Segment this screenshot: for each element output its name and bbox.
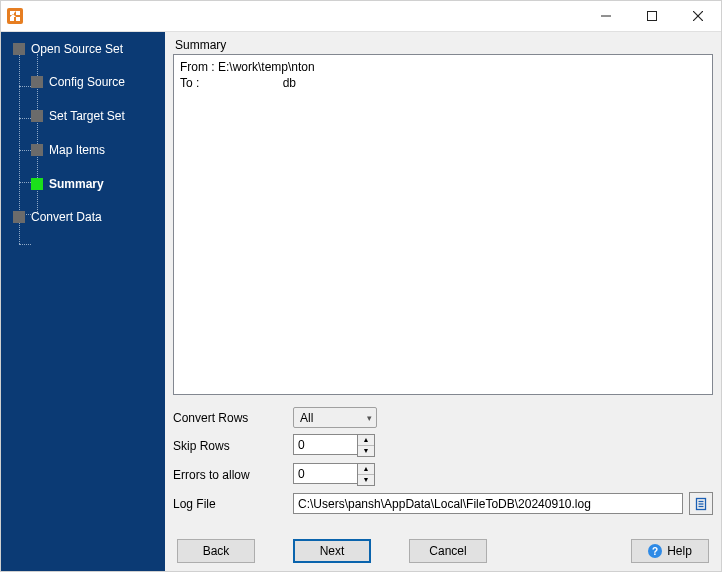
main-area: Open Source Set Config Source Set Target… — [1, 32, 721, 571]
sidebar-item-label: Convert Data — [31, 210, 102, 224]
tree-node-icon — [31, 110, 43, 122]
close-button[interactable] — [675, 1, 721, 31]
tree-node-icon — [31, 178, 43, 190]
maximize-icon — [647, 11, 657, 21]
sidebar-item-label: Set Target Set — [49, 109, 125, 123]
help-button[interactable]: ? Help — [631, 539, 709, 563]
document-icon — [694, 497, 708, 511]
back-button[interactable]: Back — [177, 539, 255, 563]
chevron-down-icon: ▾ — [367, 413, 372, 423]
minimize-button[interactable] — [583, 1, 629, 31]
wizard-button-row: Back Next Cancel ? Help — [173, 539, 713, 563]
logfile-row: Log File — [173, 492, 713, 515]
sidebar-item-label: Summary — [49, 177, 104, 191]
skip-rows-row: Skip Rows ▲ ▼ — [173, 434, 713, 457]
logfile-browse-button[interactable] — [689, 492, 713, 515]
errors-buttons: ▲ ▼ — [357, 463, 375, 486]
content-panel: Summary From : E:\work\temp\nton To : db… — [165, 32, 721, 571]
sidebar-item-config-source[interactable]: Config Source — [1, 70, 165, 94]
next-button[interactable]: Next — [293, 539, 371, 563]
sidebar-item-summary[interactable]: Summary — [1, 172, 165, 196]
errors-spinner: ▲ ▼ — [293, 463, 375, 486]
options-form: Convert Rows All ▾ Skip Rows ▲ ▼ Errors … — [173, 407, 713, 521]
tree-node-icon — [31, 144, 43, 156]
sidebar-item-convert-data[interactable]: Convert Data — [1, 206, 165, 228]
tree-node-icon — [13, 43, 25, 55]
sidebar-item-label: Config Source — [49, 75, 125, 89]
help-button-label: Help — [667, 544, 692, 558]
next-button-label: Next — [320, 544, 345, 558]
errors-up-button[interactable]: ▲ — [358, 464, 374, 475]
sidebar-item-open-source-set[interactable]: Open Source Set — [1, 38, 165, 60]
skip-rows-down-button[interactable]: ▼ — [358, 446, 374, 457]
errors-input[interactable] — [293, 463, 357, 484]
skip-rows-spinner: ▲ ▼ — [293, 434, 375, 457]
skip-rows-up-button[interactable]: ▲ — [358, 435, 374, 446]
errors-down-button[interactable]: ▼ — [358, 475, 374, 486]
skip-rows-input[interactable] — [293, 434, 357, 455]
help-icon: ? — [648, 544, 662, 558]
convert-rows-label: Convert Rows — [173, 411, 293, 425]
svg-rect-1 — [648, 12, 657, 21]
app-icon — [7, 8, 23, 24]
title-bar — [1, 1, 721, 32]
convert-rows-select[interactable]: All ▾ — [293, 407, 377, 428]
tree-node-icon — [31, 76, 43, 88]
logfile-label: Log File — [173, 497, 293, 511]
window-controls — [583, 1, 721, 31]
sidebar-item-label: Map Items — [49, 143, 105, 157]
skip-rows-label: Skip Rows — [173, 439, 293, 453]
wizard-sidebar: Open Source Set Config Source Set Target… — [1, 32, 165, 571]
summary-heading: Summary — [175, 38, 713, 52]
summary-textbox[interactable]: From : E:\work\temp\nton To : db — [173, 54, 713, 395]
logfile-input[interactable] — [293, 493, 683, 514]
errors-label: Errors to allow — [173, 468, 293, 482]
sidebar-item-set-target-set[interactable]: Set Target Set — [1, 104, 165, 128]
tree-connector — [19, 244, 31, 245]
close-icon — [693, 11, 703, 21]
skip-rows-buttons: ▲ ▼ — [357, 434, 375, 457]
maximize-button[interactable] — [629, 1, 675, 31]
back-button-label: Back — [203, 544, 230, 558]
cancel-button[interactable]: Cancel — [409, 539, 487, 563]
cancel-button-label: Cancel — [429, 544, 466, 558]
tree-node-icon — [13, 211, 25, 223]
minimize-icon — [601, 11, 611, 21]
convert-rows-value: All — [300, 411, 313, 425]
sidebar-item-map-items[interactable]: Map Items — [1, 138, 165, 162]
errors-row: Errors to allow ▲ ▼ — [173, 463, 713, 486]
sidebar-item-label: Open Source Set — [31, 42, 123, 56]
convert-rows-row: Convert Rows All ▾ — [173, 407, 713, 428]
